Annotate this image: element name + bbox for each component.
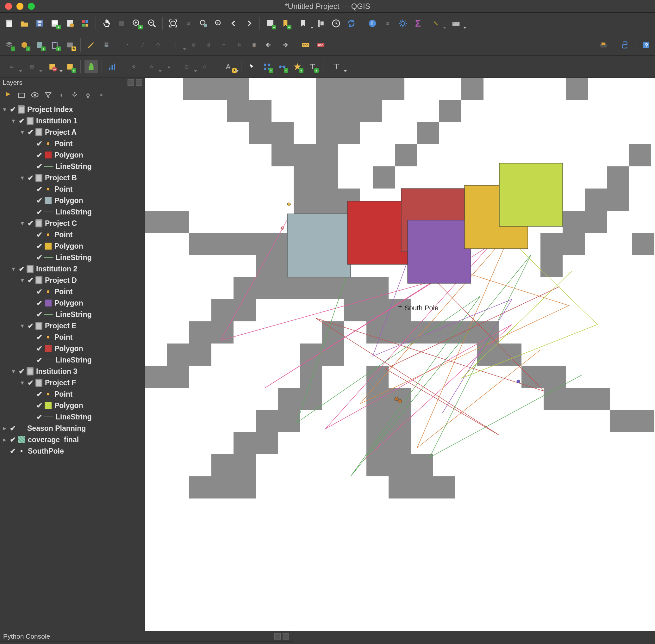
text-format-button[interactable]: T xyxy=(327,60,345,73)
tree-row[interactable]: ✔LineString xyxy=(1,252,144,263)
text-tool-button[interactable]: T+ xyxy=(306,60,319,73)
layer-filter-icon[interactable] xyxy=(43,90,53,100)
vertex-tool-button[interactable]: ⋮ xyxy=(166,38,185,51)
tree-row[interactable]: ✔Polygon xyxy=(1,343,144,354)
layer-checkbox[interactable]: ✔ xyxy=(36,299,43,307)
enable-tracing-button[interactable]: ⟲ xyxy=(127,60,140,73)
tree-row[interactable]: ▾✔Institution 3 xyxy=(1,366,144,377)
keyboard-button[interactable] xyxy=(447,17,465,30)
layer-checkbox[interactable]: ✔ xyxy=(36,185,43,193)
zoom-in-button[interactable]: + xyxy=(130,17,143,30)
select-features-button[interactable]: ▭ xyxy=(2,60,21,73)
self-snapping-button[interactable]: ◇ xyxy=(198,60,211,73)
deselect-all-button[interactable] xyxy=(43,60,61,73)
layer-visibility-icon[interactable] xyxy=(30,90,40,100)
panel-undock-icon[interactable] xyxy=(128,79,134,86)
statistics-button[interactable]: Σ xyxy=(411,17,425,30)
tree-row[interactable]: ✔Point xyxy=(1,229,144,240)
tree-row[interactable]: ✔Point xyxy=(1,183,144,195)
tree-row[interactable]: ▾✔Project E xyxy=(1,320,144,331)
layer-checkbox[interactable]: ✔ xyxy=(9,436,17,443)
tree-row[interactable]: ▾✔Institution 2 xyxy=(1,263,144,275)
annotation-binoculars-icon[interactable] xyxy=(597,38,610,51)
save-edits-button[interactable]: 💾 xyxy=(100,38,113,51)
select-all-button[interactable]: + xyxy=(63,60,76,73)
add-vector-layer-button[interactable]: + xyxy=(2,38,16,51)
digitize-button[interactable]: ╱ xyxy=(136,38,149,51)
delete-selected-button[interactable]: 🗑 xyxy=(202,38,215,51)
tree-row[interactable]: ▸✔Season Planning xyxy=(1,422,144,434)
pan-to-selection-button[interactable] xyxy=(115,17,128,30)
layer-checkbox[interactable]: ✔ xyxy=(36,334,43,341)
temporal-controller-button[interactable] xyxy=(314,17,328,30)
tree-row[interactable]: ✔Polygon xyxy=(1,195,144,206)
favorite-button[interactable]: + xyxy=(291,60,304,73)
python-console-button[interactable] xyxy=(618,38,631,51)
layer-checkbox[interactable]: ✔ xyxy=(9,424,17,432)
layer-checkbox[interactable]: ✔ xyxy=(18,117,25,124)
new-project-button[interactable] xyxy=(2,17,16,30)
paste-features-button[interactable]: 📋 xyxy=(247,38,261,51)
layer-checkbox[interactable]: ✔ xyxy=(9,447,17,455)
text-annotation-button[interactable]: A★ xyxy=(219,60,237,73)
tree-row[interactable]: ✔LineString xyxy=(1,354,144,366)
layer-checkbox[interactable]: ✔ xyxy=(36,413,43,421)
processing-toolbox-button[interactable] xyxy=(106,60,119,73)
layer-checkbox[interactable]: ✔ xyxy=(36,390,43,398)
add-polygon-button[interactable]: ⬠ xyxy=(151,38,164,51)
tree-row[interactable]: ✔SouthPole xyxy=(1,445,144,457)
style-manager-button[interactable] xyxy=(78,17,92,30)
layer-checkbox[interactable]: ✔ xyxy=(18,368,25,375)
layer-tree[interactable]: ▾✔Project Index▾✔Institution 1▾✔Project … xyxy=(0,102,144,631)
console-undock-icon[interactable] xyxy=(274,633,281,640)
layer-checkbox[interactable]: ✔ xyxy=(36,231,43,238)
cut-features-button[interactable]: ✂ xyxy=(217,38,230,51)
new-print-layout-button[interactable]: + xyxy=(48,17,61,30)
avoid-intersections-button[interactable]: ◫ xyxy=(178,60,196,73)
new-spatialite-button[interactable]: + xyxy=(48,38,61,51)
layer-checkbox[interactable]: ✔ xyxy=(36,345,43,352)
layer-checkbox[interactable]: ✔ xyxy=(27,379,34,387)
layer-expand-icon[interactable] xyxy=(70,90,80,100)
layer-checkbox[interactable]: ✔ xyxy=(36,310,43,318)
add-feature-button[interactable]: • xyxy=(121,38,134,51)
tree-row[interactable]: ▾✔Project D xyxy=(1,275,144,286)
tree-row[interactable]: ▸✔coverage_final xyxy=(1,434,144,445)
layout-manager-button[interactable] xyxy=(63,17,76,30)
tree-row[interactable]: ✔Polygon xyxy=(1,149,144,161)
new-map-view-button[interactable]: + xyxy=(264,17,277,30)
new-bookmark-button[interactable]: + xyxy=(279,17,292,30)
pan-button[interactable] xyxy=(100,17,113,30)
tree-row[interactable]: ✔Polygon xyxy=(1,240,144,252)
layer-checkbox[interactable]: ✔ xyxy=(36,288,43,295)
zoom-to-layer-button[interactable] xyxy=(197,17,210,30)
add-node-marker-button[interactable]: + xyxy=(261,60,274,73)
tree-row[interactable]: ✔LineString xyxy=(1,161,144,172)
zoom-to-selection-button[interactable]: ⊡ xyxy=(182,17,195,30)
tree-row[interactable]: ▾✔Project A xyxy=(1,127,144,138)
tree-row[interactable]: ✔Point xyxy=(1,138,144,149)
identify-button[interactable]: i xyxy=(366,17,379,30)
tree-row[interactable]: ▾✔Project C xyxy=(1,217,144,229)
tree-row[interactable]: ✔LineString xyxy=(1,206,144,217)
layer-checkbox[interactable]: ✔ xyxy=(36,356,43,364)
console-close-icon[interactable] xyxy=(283,633,289,640)
layer-add-group-icon[interactable] xyxy=(17,90,27,100)
layer-checkbox[interactable]: ✔ xyxy=(18,265,25,273)
layer-expression-icon[interactable]: ε xyxy=(56,90,66,100)
layer-checkbox[interactable]: ✔ xyxy=(27,220,34,227)
attribute-table-button[interactable]: ▦ xyxy=(381,17,394,30)
new-shapefile-button[interactable]: + xyxy=(33,38,46,51)
copy-features-button[interactable]: ⧉ xyxy=(232,38,246,51)
save-project-button[interactable] xyxy=(33,17,46,30)
undo-button[interactable] xyxy=(263,38,276,51)
layer-checkbox[interactable]: ✔ xyxy=(36,208,43,216)
layer-checkbox[interactable]: ✔ xyxy=(36,242,43,250)
modify-attrs-button[interactable]: ▤ xyxy=(187,38,200,51)
panel-close-icon[interactable] xyxy=(136,79,142,86)
map-canvas[interactable]: + South Pole xyxy=(145,78,655,631)
zoom-full-button[interactable] xyxy=(166,17,180,30)
topological-editing-button[interactable]: ▲ xyxy=(162,60,176,73)
redo-button[interactable] xyxy=(278,38,291,51)
tree-row[interactable]: ✔Polygon xyxy=(1,400,144,411)
